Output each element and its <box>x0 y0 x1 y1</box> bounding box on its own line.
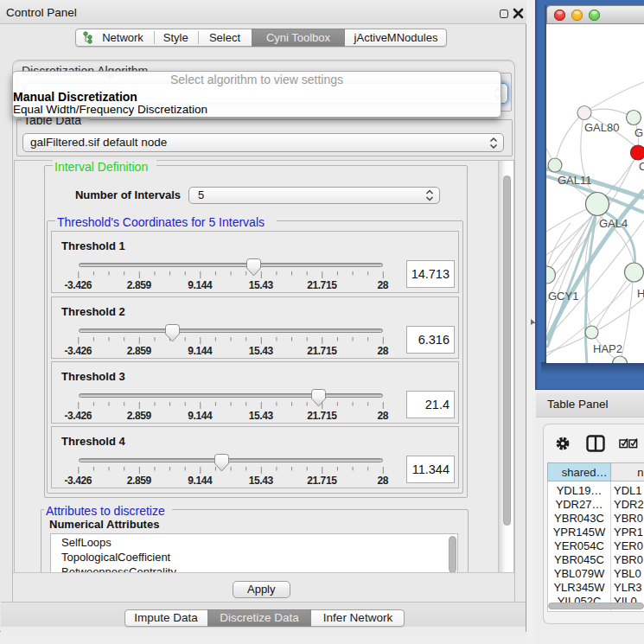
svg-text:GAL4: GAL4 <box>599 217 628 230</box>
svg-text:C: C <box>639 160 644 173</box>
svg-text:HAP2: HAP2 <box>593 342 622 355</box>
svg-text:G: G <box>634 126 643 139</box>
svg-text:GCY1: GCY1 <box>548 290 578 303</box>
svg-text:GAL11: GAL11 <box>558 174 592 187</box>
svg-text:H: H <box>637 287 644 300</box>
svg-text:GAL80: GAL80 <box>584 121 619 134</box>
